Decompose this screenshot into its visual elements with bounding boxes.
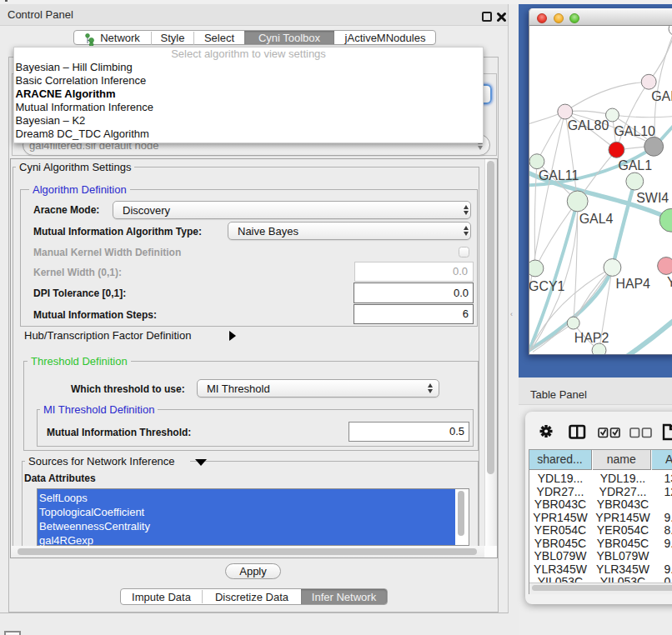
svg-text:GAL10: GAL10 (614, 124, 655, 138)
svg-text:HAP4: HAP4 (615, 277, 650, 291)
svg-text:HAP2: HAP2 (574, 331, 609, 345)
svg-text:SWI4: SWI4 (636, 191, 669, 205)
svg-text:GAL11: GAL11 (539, 168, 579, 182)
svg-text:GAL80: GAL80 (568, 118, 609, 132)
svg-text:Y: Y (667, 275, 672, 289)
svg-text:GAL4: GAL4 (579, 212, 614, 226)
svg-text:GCY1: GCY1 (529, 279, 564, 293)
svg-text:GAL1: GAL1 (618, 158, 652, 172)
svg-text:GAL7: GAL7 (651, 89, 672, 103)
